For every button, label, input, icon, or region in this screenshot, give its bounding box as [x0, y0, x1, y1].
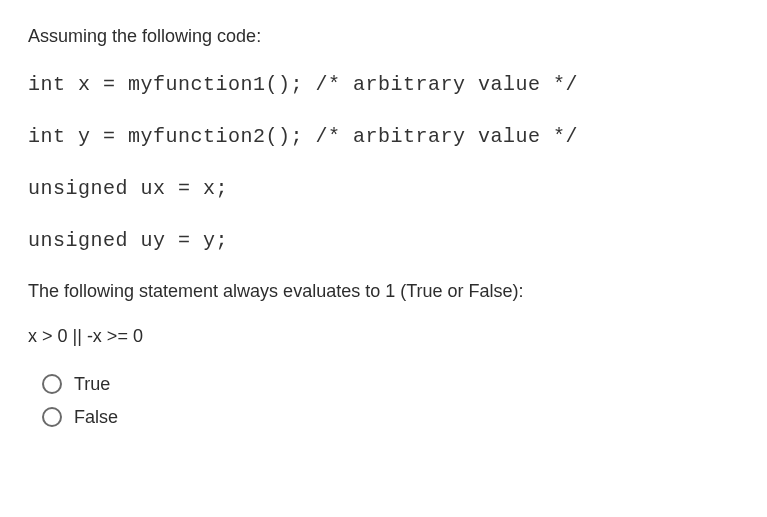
question-statement: The following statement always evaluates…: [28, 279, 739, 304]
code-line-4: unsigned uy = y;: [28, 227, 739, 255]
option-true-label: True: [74, 372, 110, 397]
radio-icon: [42, 374, 62, 394]
expression: x > 0 || -x >= 0: [28, 324, 739, 349]
question-intro: Assuming the following code:: [28, 24, 739, 49]
option-false-label: False: [74, 405, 118, 430]
radio-icon: [42, 407, 62, 427]
answer-options: True False: [28, 372, 739, 430]
code-line-2: int y = myfunction2(); /* arbitrary valu…: [28, 123, 739, 151]
option-false[interactable]: False: [42, 405, 739, 430]
option-true[interactable]: True: [42, 372, 739, 397]
code-line-1: int x = myfunction1(); /* arbitrary valu…: [28, 71, 739, 99]
code-line-3: unsigned ux = x;: [28, 175, 739, 203]
